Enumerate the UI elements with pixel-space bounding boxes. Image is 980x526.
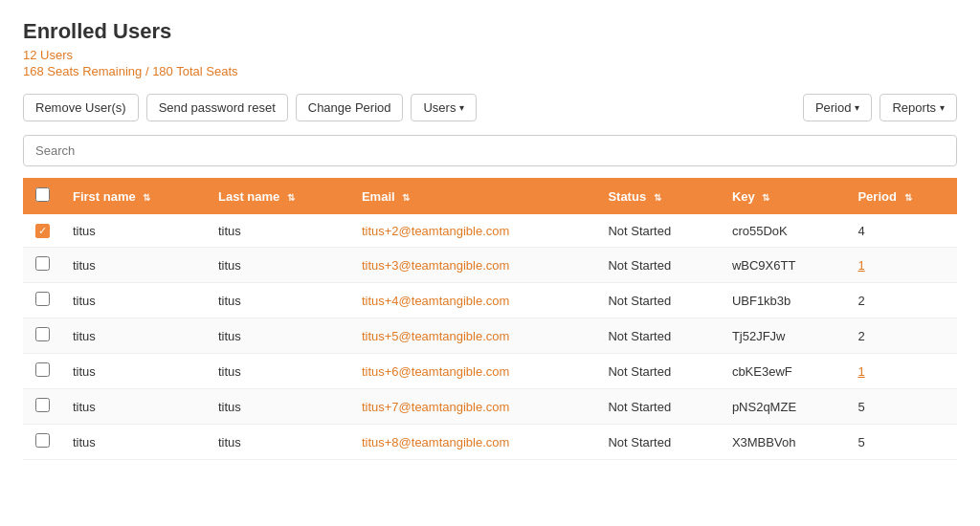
- cell-period: 5: [846, 389, 957, 425]
- cell-first-name: titus: [61, 425, 207, 460]
- row-checkbox[interactable]: [35, 327, 50, 341]
- row-checkbox[interactable]: [35, 292, 50, 306]
- cell-email: titus+5@teamtangible.com: [350, 318, 596, 354]
- table-row: titustitustitus+6@teamtangible.comNot St…: [23, 354, 957, 389]
- cell-email: titus+4@teamtangible.com: [350, 283, 596, 318]
- cell-email: titus+7@teamtangible.com: [350, 389, 596, 425]
- users-dropdown-button[interactable]: Users ▾: [411, 94, 477, 121]
- search-wrapper: [23, 135, 957, 166]
- row-checkbox-cell: [23, 354, 61, 389]
- chevron-down-icon: ▾: [855, 102, 859, 113]
- cell-last-name: titus: [207, 389, 350, 425]
- change-period-button[interactable]: Change Period: [296, 94, 404, 121]
- cell-key: wBC9X6TT: [721, 248, 847, 283]
- cell-first-name: titus: [61, 248, 207, 283]
- row-checkbox-cell: [23, 318, 61, 354]
- cell-last-name: titus: [207, 283, 350, 318]
- period-link[interactable]: 1: [858, 258, 864, 273]
- reports-dropdown-button[interactable]: Reports ▾: [880, 94, 957, 121]
- col-last-name[interactable]: Last name ⇅: [207, 178, 350, 214]
- email-link[interactable]: titus+5@teamtangible.com: [362, 329, 509, 343]
- table-row: titustitustitus+4@teamtangible.comNot St…: [23, 283, 957, 318]
- email-link[interactable]: titus+4@teamtangible.com: [362, 294, 509, 308]
- cell-first-name: titus: [61, 283, 207, 318]
- email-link[interactable]: titus+6@teamtangible.com: [362, 364, 509, 379]
- cell-email: titus+8@teamtangible.com: [350, 425, 596, 460]
- col-key[interactable]: Key ⇅: [721, 178, 847, 214]
- cell-last-name: titus: [207, 354, 350, 389]
- col-email[interactable]: Email ⇅: [350, 178, 596, 214]
- toolbar: Remove User(s) Send password reset Chang…: [23, 94, 957, 121]
- users-count: 12 Users: [23, 48, 957, 62]
- row-checkbox-cell: [23, 248, 61, 283]
- col-first-name[interactable]: First name ⇅: [61, 178, 207, 214]
- cell-period: 4: [846, 214, 957, 248]
- cell-key: cbKE3ewF: [721, 354, 847, 389]
- cell-first-name: titus: [61, 354, 207, 389]
- table-row: titustitustitus+5@teamtangible.comNot St…: [23, 318, 957, 354]
- select-all-header[interactable]: [23, 178, 61, 214]
- select-all-checkbox[interactable]: [35, 187, 50, 202]
- row-checkbox-cell: ✓: [23, 214, 61, 248]
- cell-period: 2: [846, 318, 957, 354]
- cell-first-name: titus: [61, 318, 207, 354]
- cell-status: Not Started: [596, 425, 720, 460]
- table-row: titustitustitus+8@teamtangible.comNot St…: [23, 425, 957, 460]
- row-checkbox[interactable]: ✓: [35, 224, 50, 238]
- cell-last-name: titus: [207, 425, 350, 460]
- row-checkbox-cell: [23, 425, 61, 460]
- cell-email: titus+2@teamtangible.com: [350, 214, 596, 248]
- email-link[interactable]: titus+7@teamtangible.com: [362, 400, 509, 414]
- email-link[interactable]: titus+2@teamtangible.com: [362, 224, 509, 238]
- table-row: ✓titustitustitus+2@teamtangible.comNot S…: [23, 214, 957, 248]
- cell-key: X3MBBVoh: [721, 425, 847, 460]
- col-period[interactable]: Period ⇅: [846, 178, 957, 214]
- cell-status: Not Started: [596, 354, 720, 389]
- cell-first-name: titus: [61, 214, 207, 248]
- send-password-reset-button[interactable]: Send password reset: [146, 94, 288, 121]
- page-title: Enrolled Users: [23, 19, 957, 44]
- cell-period: 5: [846, 425, 957, 460]
- cell-key: UBF1kb3b: [721, 283, 847, 318]
- cell-key: cro55DoK: [721, 214, 847, 248]
- sort-arrows-icon: ⇅: [904, 192, 912, 203]
- row-checkbox[interactable]: [35, 433, 50, 448]
- chevron-down-icon: ▾: [940, 102, 945, 113]
- sort-arrows-icon: ⇅: [402, 192, 410, 203]
- chevron-down-icon: ▾: [459, 102, 464, 113]
- table-row: titustitustitus+3@teamtangible.comNot St…: [23, 248, 957, 283]
- cell-status: Not Started: [596, 214, 720, 248]
- cell-last-name: titus: [207, 318, 350, 354]
- row-checkbox[interactable]: [35, 362, 50, 377]
- email-link[interactable]: titus+8@teamtangible.com: [362, 435, 509, 449]
- period-dropdown-button[interactable]: Period ▾: [803, 94, 873, 121]
- period-link[interactable]: 1: [858, 364, 864, 379]
- col-status[interactable]: Status ⇅: [596, 178, 720, 214]
- cell-status: Not Started: [596, 248, 720, 283]
- seats-info: 168 Seats Remaining / 180 Total Seats: [23, 64, 957, 78]
- cell-period: 1: [846, 354, 957, 389]
- cell-key: pNS2qMZE: [721, 389, 847, 425]
- cell-period: 1: [846, 248, 957, 283]
- cell-last-name: titus: [207, 214, 350, 248]
- sort-arrows-icon: ⇅: [143, 192, 150, 203]
- row-checkbox[interactable]: [35, 256, 50, 271]
- row-checkbox[interactable]: [35, 398, 50, 412]
- table-header-row: First name ⇅ Last name ⇅ Email ⇅ Status …: [23, 178, 957, 214]
- users-table: First name ⇅ Last name ⇅ Email ⇅ Status …: [23, 178, 957, 460]
- table-row: titustitustitus+7@teamtangible.comNot St…: [23, 389, 957, 425]
- cell-email: titus+3@teamtangible.com: [350, 248, 596, 283]
- search-input[interactable]: [23, 135, 957, 166]
- row-checkbox-cell: [23, 283, 61, 318]
- row-checkbox-cell: [23, 389, 61, 425]
- cell-period: 2: [846, 283, 957, 318]
- cell-first-name: titus: [61, 389, 207, 425]
- cell-last-name: titus: [207, 248, 350, 283]
- email-link[interactable]: titus+3@teamtangible.com: [362, 258, 509, 273]
- cell-status: Not Started: [596, 389, 720, 425]
- remove-users-button[interactable]: Remove User(s): [23, 94, 139, 121]
- sort-arrows-icon: ⇅: [762, 192, 769, 203]
- sort-arrows-icon: ⇅: [654, 192, 661, 203]
- cell-status: Not Started: [596, 318, 720, 354]
- cell-email: titus+6@teamtangible.com: [350, 354, 596, 389]
